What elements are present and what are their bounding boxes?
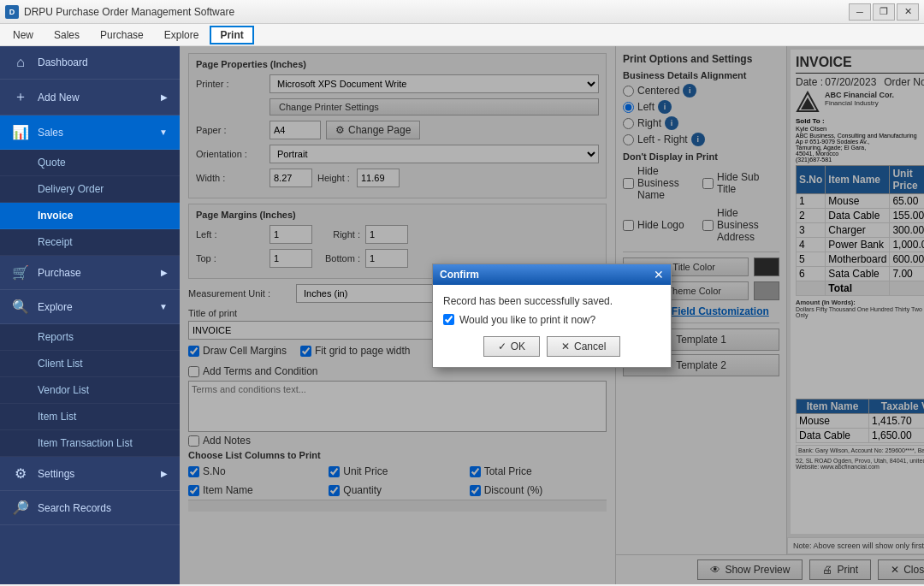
add-new-icon: ＋: [12, 88, 29, 106]
print-now-checkbox[interactable]: [443, 314, 454, 325]
dialog-overlay: Confirm ✕ Record has been successfully s…: [180, 46, 924, 584]
sidebar-item-label: Dashboard: [38, 56, 88, 68]
menu-sales[interactable]: Sales: [44, 27, 89, 44]
sidebar: ⌂ Dashboard ＋ Add New ▶ 📊 Sales ▼ Quote …: [0, 46, 180, 584]
sidebar-search-label: Search Records: [38, 502, 111, 514]
sales-submenu: Quote Delivery Order Invoice Receipt: [0, 150, 180, 256]
sidebar-settings-label: Settings: [38, 468, 74, 480]
menu-new[interactable]: New: [3, 27, 43, 44]
sidebar-sub-delivery[interactable]: Delivery Order: [0, 176, 180, 203]
main-layout: ⌂ Dashboard ＋ Add New ▶ 📊 Sales ▼ Quote …: [0, 46, 924, 584]
sidebar-sub-item-transaction[interactable]: Item Transaction List: [0, 430, 180, 457]
sidebar-sub-receipt[interactable]: Receipt: [0, 229, 180, 256]
app-icon: D: [5, 5, 19, 19]
sidebar-sub-client-list[interactable]: Client List: [0, 351, 180, 377]
explore-icon: 🔍: [12, 299, 29, 315]
settings-icon: ⚙: [12, 465, 29, 482]
cancel-icon: ✕: [561, 340, 570, 352]
add-new-arrow: ▶: [161, 92, 168, 102]
purchase-icon: 🛒: [12, 264, 29, 281]
sidebar-sub-item-list[interactable]: Item List: [0, 404, 180, 430]
minimize-btn[interactable]: ─: [849, 3, 871, 21]
dialog-titlebar: Confirm ✕: [433, 264, 671, 285]
explore-submenu: Reports Client List Vendor List Item Lis…: [0, 324, 180, 457]
dialog-body: Record has been successfully saved. Woul…: [433, 285, 671, 367]
sidebar-sub-vendor-list[interactable]: Vendor List: [0, 377, 180, 404]
dialog-message: Record has been successfully saved.: [443, 295, 660, 307]
dashboard-icon: ⌂: [12, 55, 29, 70]
sidebar-explore-label: Explore: [38, 301, 73, 313]
close-btn[interactable]: ✕: [897, 3, 919, 21]
sidebar-sub-quote[interactable]: Quote: [0, 150, 180, 176]
sidebar-item-dashboard[interactable]: ⌂ Dashboard: [0, 46, 180, 80]
sidebar-sub-reports[interactable]: Reports: [0, 324, 180, 351]
print-now-label: Would you like to print it now?: [459, 314, 595, 326]
sidebar-purchase-label: Purchase: [38, 267, 81, 279]
dialog-title: Confirm: [440, 269, 479, 281]
content-area: Page Properties (Inches) Printer : Micro…: [180, 46, 924, 584]
dialog-checkbox-row: Would you like to print it now?: [443, 314, 660, 326]
sidebar-item-explore[interactable]: 🔍 Explore ▼: [0, 290, 180, 324]
dialog-close-btn[interactable]: ✕: [654, 268, 664, 281]
sales-arrow: ▼: [159, 127, 168, 137]
menu-purchase[interactable]: Purchase: [91, 27, 153, 44]
sidebar-item-add-new[interactable]: ＋ Add New ▶: [0, 80, 180, 115]
sidebar-sales-label: Sales: [38, 127, 63, 139]
sidebar-add-new-label: Add New: [38, 92, 80, 104]
settings-arrow: ▶: [161, 469, 168, 478]
menu-bar: New Sales Purchase Explore Print: [0, 24, 924, 46]
ok-icon: ✓: [498, 340, 506, 352]
app-title: DRPU Purchase Order Management Software: [24, 6, 234, 18]
explore-arrow: ▼: [159, 302, 168, 311]
sidebar-item-settings[interactable]: ⚙ Settings ▶: [0, 457, 180, 491]
window-controls: ─ ❐ ✕: [849, 3, 919, 21]
sidebar-item-search[interactable]: 🔎 Search Records: [0, 491, 180, 525]
cancel-btn[interactable]: ✕ Cancel: [547, 336, 620, 357]
menu-print[interactable]: Print: [210, 26, 253, 44]
title-bar: D DRPU Purchase Order Management Softwar…: [0, 0, 924, 24]
menu-explore[interactable]: Explore: [155, 27, 209, 44]
purchase-arrow: ▶: [161, 268, 168, 277]
search-icon: 🔎: [12, 500, 29, 516]
sidebar-item-purchase[interactable]: 🛒 Purchase ▶: [0, 256, 180, 290]
dialog-buttons: ✓ OK ✕ Cancel: [443, 336, 660, 357]
sidebar-item-sales[interactable]: 📊 Sales ▼: [0, 115, 180, 150]
restore-btn[interactable]: ❐: [873, 3, 895, 21]
sales-icon: 📊: [12, 124, 29, 140]
confirm-dialog: Confirm ✕ Record has been successfully s…: [432, 263, 672, 368]
sidebar-sub-invoice[interactable]: Invoice: [0, 203, 180, 229]
ok-btn[interactable]: ✓ OK: [483, 336, 540, 357]
